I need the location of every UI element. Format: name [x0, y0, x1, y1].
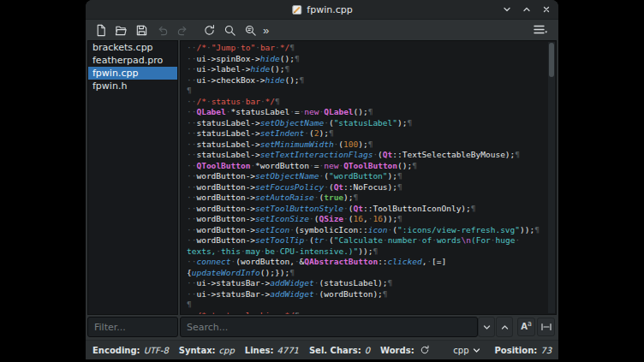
- scrollbar-thumb[interactable]: [549, 43, 554, 77]
- featherpad-app-icon: [291, 4, 302, 15]
- status-segment: Lines:4771: [245, 346, 299, 355]
- toolbar-overflow-button[interactable]: »: [259, 21, 272, 39]
- status-segment: Words:: [380, 343, 432, 357]
- match-case-button[interactable]: Aa: [517, 317, 535, 336]
- file-list[interactable]: brackets.cppfeatherpad.profpwin.cppfpwin…: [87, 40, 178, 315]
- save-file-icon: [135, 24, 148, 37]
- maximize-button[interactable]: [518, 2, 534, 17]
- code-line: ··ui->spinBox->hide();¶: [187, 54, 548, 65]
- code-line: ··QToolButton·*wordButton·=·new·QToolBut…: [187, 161, 548, 172]
- code-lines: ··/*·"Jump·to"·bar·*/¶··ui->spinBox->hid…: [181, 41, 548, 314]
- file-item[interactable]: brackets.cpp: [88, 41, 177, 54]
- find-replace-button[interactable]: [241, 21, 259, 39]
- titlebar[interactable]: fpwin.cpp: [86, 0, 558, 20]
- whole-word-icon: [540, 322, 552, 332]
- search-button[interactable]: [220, 21, 239, 39]
- code-line: texts,·this·may·be·CPU-intensive.)"));¶: [187, 246, 548, 258]
- open-file-button[interactable]: [111, 21, 130, 39]
- code-line: ··ui->checkBox->hide();¶: [187, 75, 548, 86]
- hamburger-menu-icon: [533, 24, 548, 36]
- file-item[interactable]: featherpad.pro: [88, 54, 177, 67]
- status-right: cpp Position: 73: [453, 346, 552, 355]
- status-segments: Encoding:UTF-8Syntax:cppLines:4771Sel. C…: [92, 343, 442, 357]
- editor[interactable]: ··/*·"Jump·to"·bar·*/¶··ui->spinBox->hid…: [180, 40, 557, 315]
- word-count-refresh-button[interactable]: [418, 343, 432, 357]
- close-icon: [542, 5, 551, 14]
- file-item[interactable]: fpwin.h: [88, 80, 177, 92]
- maximize-icon: [522, 5, 531, 14]
- minimize-icon: [503, 5, 511, 14]
- match-case-icon: A: [521, 323, 528, 331]
- code-line: ··wordButton->setAutoRaise·(true);¶: [187, 193, 548, 204]
- window-title-text: fpwin.cpp: [307, 4, 352, 15]
- new-file-icon: [94, 24, 107, 37]
- code-line: ··statusLabel->setIndent·(2);¶: [187, 128, 548, 139]
- code-line: ··wordButton->setIcon·(symbolicIcon::ico…: [187, 225, 548, 236]
- featherpad-window: fpwin.cpp »: [86, 0, 558, 359]
- code-line: ··wordButton->setToolTip·(tr·("Calculate…: [187, 235, 548, 246]
- whole-word-button[interactable]: [537, 317, 555, 336]
- code-line: ··QLabel·*statusLabel·=·new·QLabel();¶: [187, 107, 548, 118]
- toolbar-buttons: [91, 21, 259, 39]
- open-file-icon: [115, 24, 128, 37]
- redo-button[interactable]: [173, 21, 192, 39]
- position-value: 73: [540, 346, 552, 355]
- code-line: ··wordButton->setFocusPolicy·(Qt::NoFocu…: [187, 182, 548, 193]
- find-previous-button[interactable]: [496, 317, 513, 337]
- status-position: Position: 73: [494, 346, 552, 355]
- position-label: Position:: [494, 346, 537, 355]
- code-line: ··statusLabel->setTextInteractionFlags·(…: [187, 150, 548, 161]
- status-segment: Encoding:UTF-8: [92, 346, 169, 355]
- code-line: ··wordButton->setObjectName·("wordButton…: [187, 171, 548, 182]
- syntax-combobox[interactable]: cpp: [453, 346, 480, 355]
- combobox-arrow-icon: [473, 347, 480, 354]
- reload-icon: [203, 24, 216, 37]
- search-icon: [224, 24, 236, 37]
- code-line: ··ui->label->hide();¶: [187, 64, 548, 75]
- status-segment: Sel. Chars:0: [309, 346, 370, 355]
- filter-input[interactable]: [87, 317, 178, 337]
- file-item[interactable]: fpwin.cpp: [88, 67, 177, 80]
- window-controls: [498, 0, 554, 19]
- statusbar: Encoding:UTF-8Syntax:cppLines:4771Sel. C…: [86, 340, 558, 359]
- editor-scrollbar[interactable]: [548, 42, 555, 313]
- status-segment: Syntax:cpp: [179, 346, 235, 355]
- code-line: ··connect·(wordButton,·&QAbstractButton:…: [187, 257, 548, 268]
- code-line: ··/*·text·unlocking·*/¶: [187, 311, 548, 315]
- minimize-button[interactable]: [498, 2, 515, 17]
- code-line: ··statusLabel->setMinimumWidth·(100);¶: [187, 139, 548, 151]
- chevron-down-icon: [482, 323, 492, 332]
- save-file-button[interactable]: [132, 21, 151, 39]
- code-line: ¶: [187, 300, 548, 311]
- search-input[interactable]: [180, 317, 478, 337]
- code-line: ··ui->statusBar->addWidget·(statusLabel)…: [187, 278, 548, 289]
- code-line: ··wordButton->setIconSize·(QSize·(16,·16…: [187, 214, 548, 225]
- redo-icon: [176, 24, 189, 37]
- find-next-button[interactable]: [478, 317, 495, 337]
- code-line: ··ui->statusBar->addWidget·(wordButton);…: [187, 289, 548, 300]
- toolbar: »: [86, 20, 558, 40]
- refresh-icon: [420, 345, 430, 355]
- find-replace-icon: [244, 24, 257, 37]
- undo-icon: [156, 24, 169, 37]
- reload-button[interactable]: [200, 21, 218, 39]
- syntax-combobox-value: cpp: [453, 346, 468, 355]
- code-line: ··wordButton->setToolButtonStyle·(Qt::To…: [187, 204, 548, 215]
- chevron-up-icon: [500, 323, 510, 332]
- menu-button[interactable]: [528, 21, 553, 39]
- code-line: ··/*·"Jump·to"·bar·*/¶: [187, 43, 548, 54]
- desktop-background: fpwin.cpp »: [0, 0, 644, 362]
- code-line: ¶: [187, 86, 548, 97]
- code-line: ··/*·status·bar·*/¶: [187, 97, 548, 108]
- undo-button[interactable]: [152, 21, 171, 39]
- close-button[interactable]: [538, 2, 554, 17]
- window-title: fpwin.cpp: [291, 0, 352, 19]
- new-file-button[interactable]: [91, 21, 110, 39]
- code-line: {updateWordInfo();});¶: [187, 268, 548, 279]
- code-line: ··statusLabel->setObjectName·("statusLab…: [187, 118, 548, 129]
